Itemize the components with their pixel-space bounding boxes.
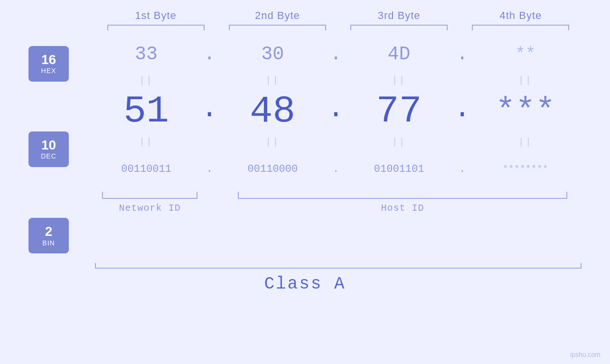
hex-b2: 30 — [261, 44, 284, 65]
eq2-b4: || — [518, 137, 533, 148]
eq2-b3: || — [392, 137, 406, 148]
hex-badge: 16 HEX — [28, 46, 69, 82]
data-rows: 33 . 30 . 4D . ** || || || || 51 — [90, 35, 582, 214]
hex-sep3: . — [457, 44, 468, 65]
byte3-label: 3rd Byte — [338, 9, 460, 22]
dec-row: 51 . 48 . 77 . *** — [90, 87, 582, 135]
bin-badge: 2 BIN — [28, 218, 69, 253]
hex-b3: 4D — [388, 44, 411, 65]
hex-sep2: . — [330, 44, 341, 65]
dec-sep3: . — [454, 93, 471, 130]
dec-b1: 51 — [123, 90, 169, 133]
dec-name: DEC — [41, 152, 56, 160]
eq2-b1: || — [139, 137, 153, 148]
dec-num: 10 — [41, 138, 56, 153]
hex-sep1: . — [204, 44, 215, 65]
dec-b4: *** — [496, 93, 555, 130]
eq1-b2: || — [265, 75, 280, 86]
hex-num: 16 — [41, 53, 56, 67]
main-content: 16 HEX 10 DEC 2 BIN — [28, 35, 582, 256]
top-brackets — [28, 25, 582, 30]
dec-b3: 77 — [376, 90, 422, 133]
bin-sep2: . — [333, 163, 339, 175]
hex-b1: 33 — [135, 44, 158, 65]
equals-row-2: || || || || — [90, 135, 582, 149]
bin-b4: ******** — [503, 164, 548, 175]
bin-b2: 00110000 — [248, 163, 298, 175]
eq1-b4: || — [518, 75, 533, 86]
base-labels-col: 16 HEX 10 DEC 2 BIN — [28, 35, 90, 256]
byte1-label: 1st Byte — [95, 9, 216, 22]
bracket-b3 — [350, 25, 448, 30]
overall-bracket-row — [28, 263, 582, 269]
equals-row-1: || || || || — [90, 73, 582, 87]
bracket-b1 — [107, 25, 205, 30]
bin-sep3: . — [459, 163, 465, 175]
byte2-label: 2nd Byte — [216, 9, 338, 22]
watermark: ipshu.com — [570, 351, 601, 358]
class-label: Class A — [264, 274, 346, 294]
header-row: 1st Byte 2nd Byte 3rd Byte 4th Byte — [28, 9, 582, 22]
bin-name: BIN — [42, 239, 55, 247]
dec-sep2: . — [328, 93, 345, 130]
hex-name: HEX — [41, 67, 56, 75]
host-id-label: Host ID — [224, 203, 582, 214]
eq2-b2: || — [265, 137, 280, 148]
class-label-row: Class A — [28, 274, 582, 294]
hex-row: 33 . 30 . 4D . ** — [90, 35, 582, 73]
byte4-label: 4th Byte — [460, 9, 582, 22]
bin-sep1: . — [206, 163, 213, 175]
bin-b1: 00110011 — [121, 163, 171, 175]
bracket-b4 — [472, 25, 569, 30]
eq1-b3: || — [392, 75, 406, 86]
bin-row: 00110011 . 00110000 . 01001101 . *******… — [90, 149, 582, 189]
overall-bracket — [95, 263, 582, 269]
dec-b2: 48 — [250, 90, 295, 133]
dec-badge: 10 DEC — [28, 131, 69, 167]
host-bracket — [238, 192, 567, 199]
bottom-brackets — [90, 192, 582, 199]
dec-sep1: . — [201, 93, 218, 130]
bottom-labels: Network ID Host ID — [90, 203, 582, 214]
bin-b3: 01001101 — [374, 163, 424, 175]
bracket-b2 — [229, 25, 326, 30]
eq1-b1: || — [139, 75, 153, 86]
bin-num: 2 — [45, 224, 53, 239]
network-id-label: Network ID — [90, 203, 224, 214]
hex-b4: ** — [515, 45, 535, 64]
network-bracket — [102, 192, 197, 199]
